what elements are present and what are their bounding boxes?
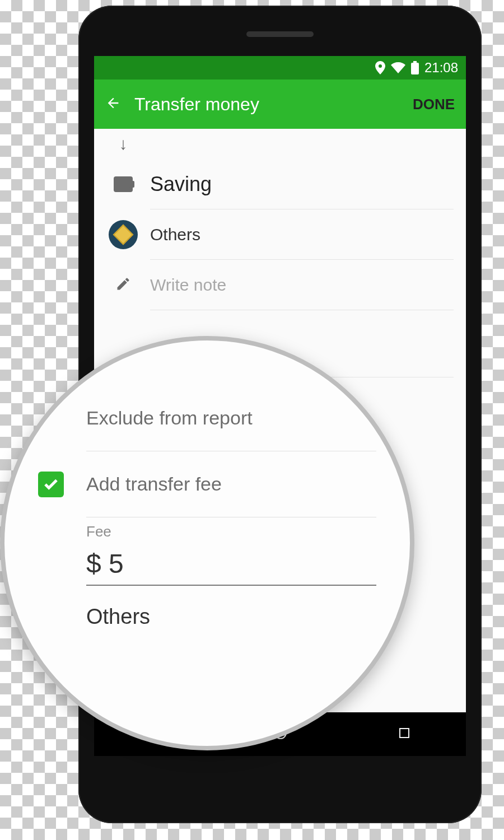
wallet-row[interactable]: Saving bbox=[94, 159, 466, 209]
done-button[interactable]: DONE bbox=[413, 96, 455, 113]
fee-caption: Fee bbox=[86, 523, 376, 540]
svg-rect-1 bbox=[413, 61, 417, 63]
app-bar: Transfer money DONE bbox=[94, 80, 466, 129]
category-value: Others bbox=[150, 209, 454, 260]
fee-value: $ 5 bbox=[86, 548, 376, 586]
wallet-icon bbox=[114, 176, 133, 192]
back-icon[interactable] bbox=[105, 95, 121, 113]
battery-icon bbox=[411, 61, 419, 74]
status-time: 21:08 bbox=[424, 60, 458, 76]
transfer-direction-row: ↓ bbox=[94, 129, 466, 159]
magnifier-lens: Exclude from report Add transfer fee Fee… bbox=[0, 336, 414, 750]
form-body: ↓ Saving Others Write note bbox=[94, 129, 466, 377]
svg-rect-3 bbox=[400, 729, 409, 738]
pencil-icon bbox=[115, 276, 131, 294]
add-transfer-fee-label: Add transfer fee bbox=[86, 451, 376, 517]
location-icon bbox=[375, 61, 385, 74]
category-row[interactable]: Others bbox=[94, 209, 466, 260]
fee-category-label[interactable]: Others bbox=[4, 586, 410, 629]
nav-recent-icon[interactable] bbox=[398, 726, 411, 742]
category-icon bbox=[109, 220, 138, 249]
status-bar: 21:08 bbox=[94, 56, 466, 80]
wallet-value: Saving bbox=[150, 159, 454, 209]
arrow-down-icon: ↓ bbox=[119, 134, 128, 153]
svg-rect-0 bbox=[411, 63, 419, 74]
add-fee-checkbox[interactable] bbox=[38, 472, 64, 497]
fee-block[interactable]: Fee $ 5 bbox=[4, 517, 410, 586]
exclude-from-report-label: Exclude from report bbox=[86, 385, 376, 451]
note-row[interactable]: Write note bbox=[94, 260, 466, 310]
add-transfer-fee-row[interactable]: Add transfer fee bbox=[4, 451, 410, 517]
wifi-icon bbox=[391, 62, 405, 73]
exclude-from-report-row[interactable]: Exclude from report bbox=[4, 385, 410, 451]
note-input[interactable]: Write note bbox=[150, 260, 454, 310]
phone-speaker bbox=[246, 31, 314, 37]
page-title: Transfer money bbox=[134, 94, 413, 115]
